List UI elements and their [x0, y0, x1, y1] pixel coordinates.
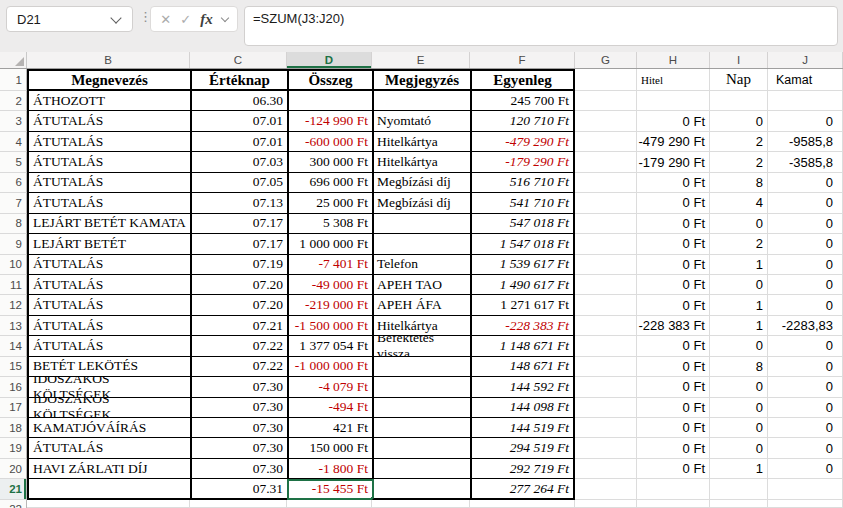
- cell-I12[interactable]: 1: [710, 295, 768, 315]
- cell-E8[interactable]: [372, 214, 470, 234]
- cell-J11[interactable]: 0: [768, 275, 843, 295]
- cell-C4[interactable]: 07.01: [190, 132, 287, 152]
- row-header-9[interactable]: 9: [0, 234, 27, 254]
- cell-C14[interactable]: 07.22: [190, 336, 287, 356]
- cell-C16[interactable]: 07.30: [190, 377, 287, 397]
- cell-I13[interactable]: 1: [710, 316, 768, 336]
- column-header-I[interactable]: I: [710, 52, 768, 68]
- cell-I15[interactable]: 8: [710, 357, 768, 377]
- cell-E19[interactable]: [372, 438, 470, 458]
- cell-H1[interactable]: Hitel: [637, 69, 710, 91]
- cell-H7[interactable]: 0 Ft: [637, 193, 710, 213]
- cell-C6[interactable]: 07.05: [190, 173, 287, 193]
- cell-G3[interactable]: [575, 111, 637, 131]
- cell-G14[interactable]: [575, 336, 637, 356]
- cell-E12[interactable]: APEH ÁFA: [372, 295, 470, 315]
- cell-F7[interactable]: 541 710 Ft: [470, 193, 575, 213]
- cell-B3[interactable]: ÁTUTALÁS: [27, 111, 190, 131]
- cell-F10[interactable]: 1 539 617 Ft: [470, 255, 575, 275]
- cell-F1[interactable]: Egyenleg: [470, 69, 575, 91]
- cell-H10[interactable]: 0 Ft: [637, 255, 710, 275]
- column-header-E[interactable]: E: [372, 52, 470, 68]
- cell-B21[interactable]: [27, 479, 190, 499]
- cell-D17[interactable]: -494 Ft: [287, 398, 372, 418]
- column-header-J[interactable]: J: [768, 52, 843, 68]
- cell-C7[interactable]: 07.13: [190, 193, 287, 213]
- cell-G9[interactable]: [575, 234, 637, 254]
- row-header-13[interactable]: 13: [0, 316, 27, 336]
- cell-J21[interactable]: [768, 479, 843, 499]
- row-header-14[interactable]: 14: [0, 336, 27, 356]
- cell-D9[interactable]: 1 000 000 Ft: [287, 234, 372, 254]
- cell-G20[interactable]: [575, 459, 637, 479]
- cell-G12[interactable]: [575, 295, 637, 315]
- cell-F14[interactable]: 1 148 671 Ft: [470, 336, 575, 356]
- cell-J19[interactable]: 0: [768, 438, 843, 458]
- cell-F12[interactable]: 1 271 617 Ft: [470, 295, 575, 315]
- cell-G21[interactable]: [575, 479, 637, 499]
- cell-H12[interactable]: 0 Ft: [637, 295, 710, 315]
- cell-G11[interactable]: [575, 275, 637, 295]
- cell-G7[interactable]: [575, 193, 637, 213]
- cell-I1[interactable]: Nap: [710, 69, 768, 91]
- cell-D13[interactable]: -1 500 000 Ft: [287, 316, 372, 336]
- cell-J17[interactable]: 0: [768, 398, 843, 418]
- cell-J10[interactable]: 0: [768, 255, 843, 275]
- cell-H2[interactable]: [637, 91, 710, 111]
- row-header-1[interactable]: 1: [0, 69, 27, 91]
- cell-J8[interactable]: 0: [768, 214, 843, 234]
- cell-C21[interactable]: 07.31: [190, 479, 287, 499]
- row-header-6[interactable]: 6: [0, 173, 27, 193]
- cell-G5[interactable]: [575, 152, 637, 172]
- row-header-11[interactable]: 11: [0, 275, 27, 295]
- cell-C20[interactable]: 07.30: [190, 459, 287, 479]
- column-header-C[interactable]: C: [190, 52, 287, 68]
- cell-G15[interactable]: [575, 357, 637, 377]
- cell-H4[interactable]: -479 290 Ft: [637, 132, 710, 152]
- cell-B20[interactable]: HAVI ZÁRLATI DÍJ: [27, 459, 190, 479]
- cell-D19[interactable]: 150 000 Ft: [287, 438, 372, 458]
- cell-F2[interactable]: 245 700 Ft: [470, 91, 575, 111]
- cell-H20[interactable]: 0 Ft: [637, 459, 710, 479]
- cell-G17[interactable]: [575, 398, 637, 418]
- cell-E11[interactable]: APEH TAO: [372, 275, 470, 295]
- column-header-D[interactable]: D: [287, 52, 372, 68]
- cell-I17[interactable]: 0: [710, 398, 768, 418]
- enter-icon[interactable]: ✓: [180, 13, 191, 26]
- cell-B6[interactable]: ÁTUTALÁS: [27, 173, 190, 193]
- column-header-G[interactable]: G: [575, 52, 637, 68]
- cell-D14[interactable]: 1 377 054 Ft: [287, 336, 372, 356]
- cell-G18[interactable]: [575, 418, 637, 438]
- cell-E16[interactable]: [372, 377, 470, 397]
- cell-D2[interactable]: [287, 91, 372, 111]
- cell-D3[interactable]: -124 990 Ft: [287, 111, 372, 131]
- cell-G4[interactable]: [575, 132, 637, 152]
- cell-C3[interactable]: 07.01: [190, 111, 287, 131]
- cell-J2[interactable]: [768, 91, 843, 111]
- cell-E18[interactable]: [372, 418, 470, 438]
- cell-H21[interactable]: [637, 479, 710, 499]
- cell-G13[interactable]: [575, 316, 637, 336]
- cell-E6[interactable]: Megbízási díj: [372, 173, 470, 193]
- row-header-19[interactable]: 19: [0, 438, 27, 458]
- cell-D4[interactable]: -600 000 Ft: [287, 132, 372, 152]
- cell-D16[interactable]: -4 079 Ft: [287, 377, 372, 397]
- cell-D10[interactable]: -7 401 Ft: [287, 255, 372, 275]
- cell-E13[interactable]: Hitelkártya: [372, 316, 470, 336]
- cell-I5[interactable]: 2: [710, 152, 768, 172]
- cell-B18[interactable]: KAMATJÓVÁÍRÁS: [27, 418, 190, 438]
- cell-J5[interactable]: -3585,8: [768, 152, 843, 172]
- cell-F9[interactable]: 1 547 018 Ft: [470, 234, 575, 254]
- cell-J20[interactable]: 0: [768, 459, 843, 479]
- column-header-F[interactable]: F: [470, 52, 575, 68]
- cell-C11[interactable]: 07.20: [190, 275, 287, 295]
- cell-I20[interactable]: 1: [710, 459, 768, 479]
- row-header-15[interactable]: 15: [0, 357, 27, 377]
- cell-I22[interactable]: [710, 500, 768, 508]
- cell-H19[interactable]: 0 Ft: [637, 438, 710, 458]
- cell-D8[interactable]: 5 308 Ft: [287, 214, 372, 234]
- cell-D18[interactable]: 421 Ft: [287, 418, 372, 438]
- cell-C12[interactable]: 07.20: [190, 295, 287, 315]
- row-header-16[interactable]: 16: [0, 377, 27, 397]
- cell-F15[interactable]: 148 671 Ft: [470, 357, 575, 377]
